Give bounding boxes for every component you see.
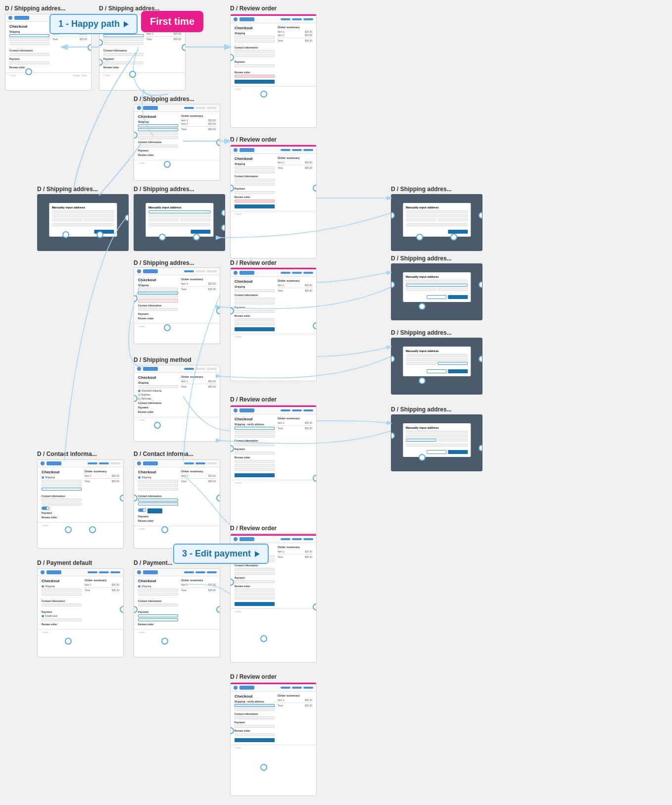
node-modal4-bottom xyxy=(419,303,426,310)
node-modal3-bottom2 xyxy=(450,234,457,241)
happy-path-label[interactable]: 1 - Happy path xyxy=(49,14,138,34)
node-payment1-right xyxy=(120,606,124,613)
card-section-title-4: D / Shipping addres... xyxy=(134,96,194,102)
first-time-label[interactable]: First time xyxy=(141,11,203,32)
card-section-title-16: D / Payment... xyxy=(134,559,173,566)
edit-payment-label[interactable]: 3 - Edit payment xyxy=(173,544,269,564)
card-section-title-8: D / Shipping addres... xyxy=(391,186,452,193)
wireframe-card-modal-1[interactable]: Manually input address xyxy=(37,194,129,251)
edit-payment-play-icon xyxy=(255,551,260,557)
card-section-title-1: D / Shipping addres... xyxy=(5,5,66,12)
wireframe-card-modal-5[interactable]: Manually input address xyxy=(391,338,482,395)
wireframe-card-contact-1[interactable]: Checkout Shipping Contact information Pa… xyxy=(37,459,124,549)
node-review5-bottom xyxy=(260,635,267,642)
pink-top-bar-4 xyxy=(231,405,316,407)
node-contact1-right xyxy=(120,495,124,502)
node-review3-right xyxy=(313,322,317,329)
card-section-title-12: D / Review order xyxy=(230,396,277,403)
happy-path-text: 1 - Happy path xyxy=(58,19,120,29)
pink-top-bar-5 xyxy=(231,534,316,536)
card-section-title-14: D / Contact informa... xyxy=(134,451,193,457)
wireframe-card-review-2[interactable]: Checkout Shipping Contact information Pa… xyxy=(230,145,317,258)
card-section-title-6: D / Shipping addres... xyxy=(37,186,98,193)
node-review1-bottom xyxy=(260,91,267,98)
node-modal2-bottom2 xyxy=(193,234,200,241)
node-review4-right xyxy=(313,475,317,482)
node-modal2-bottom xyxy=(159,234,166,241)
pink-top-bar-3 xyxy=(231,268,316,269)
pink-top-bar-2 xyxy=(231,145,316,147)
node-payment1-bottom xyxy=(65,638,72,645)
node-contact2-bottom xyxy=(161,526,168,533)
node-review2-right xyxy=(313,185,317,192)
wireframe-card-review-6[interactable]: Checkout Shipping - verify address Conta… xyxy=(230,682,317,796)
node-payment2-right xyxy=(216,606,220,613)
card-section-title-11: D / Shipping method xyxy=(134,356,192,363)
first-time-text: First time xyxy=(150,16,194,27)
node-modal6-bottom xyxy=(419,454,426,461)
node-c11-bottom xyxy=(154,422,161,429)
wf-logo-text-1 xyxy=(14,16,29,20)
node-modal1-bottom2 xyxy=(96,231,103,238)
wireframe-card-review-1[interactable]: Checkout Shipping Contact information Pa… xyxy=(230,14,317,128)
connections-svg xyxy=(0,0,672,805)
node-modal2-right2 xyxy=(221,224,225,231)
card-section-title-18: D / Shipping addres... xyxy=(391,255,452,262)
wireframe-card-modal-3[interactable]: Manually input address xyxy=(391,194,482,251)
node-modal2-right xyxy=(221,209,225,216)
node-c2-bottom xyxy=(129,71,136,78)
card-section-title-19: D / Shipping addres... xyxy=(391,329,452,336)
node-c4-right xyxy=(216,139,220,146)
card-section-title-10: D / Review order xyxy=(230,259,277,266)
node-modal5-right xyxy=(479,355,482,362)
node-c1-right xyxy=(88,44,92,51)
node-modal3-right xyxy=(479,212,482,219)
canvas: 1 - Happy path First time D / Shipping a… xyxy=(0,0,672,805)
wireframe-card-modal-2[interactable]: Manually input address xyxy=(134,194,225,251)
wireframe-card-4[interactable]: Checkout Shipping Contact information Pa… xyxy=(134,104,220,181)
node-modal3-bottom xyxy=(416,234,423,241)
node-c9-right xyxy=(216,307,220,314)
node-contact1-bottom xyxy=(65,526,72,533)
card-section-title-17: D / Review order xyxy=(230,525,277,532)
wireframe-card-payment-1[interactable]: Checkout Shipping Contact information Pa… xyxy=(37,568,124,657)
wireframe-card-modal-6[interactable]: Manually input address xyxy=(391,414,482,471)
node-c1-bottom xyxy=(25,68,32,75)
node-contact1-bottom2 xyxy=(89,526,96,533)
card-section-title-3: D / Review order xyxy=(230,5,277,12)
node-c2-right xyxy=(182,44,186,51)
edit-payment-text: 3 - Edit payment xyxy=(182,549,251,559)
happy-path-play-icon xyxy=(124,21,129,27)
wireframe-card-payment-2[interactable]: Checkout Shipping Contact information Pa… xyxy=(134,568,220,657)
wf-title-1: Checkout xyxy=(9,24,49,29)
node-modal4-right xyxy=(479,281,482,288)
card-section-title-5: D / Review order xyxy=(230,136,277,143)
wf-logo-1 xyxy=(8,16,12,20)
wireframe-card-modal-4[interactable]: Manually input address xyxy=(391,263,482,320)
node-modal5-bottom xyxy=(419,377,426,384)
wireframe-card-11[interactable]: Checkout Shipping Standard shipping Expr… xyxy=(134,365,220,442)
card-section-title-9: D / Shipping addres... xyxy=(134,259,194,266)
node-review5-right xyxy=(313,604,317,610)
node-modal6-right xyxy=(479,445,482,452)
node-c9-bottom xyxy=(164,324,171,331)
node-payment2-bottom xyxy=(161,638,168,645)
wireframe-card-review-3[interactable]: Checkout Shipping Contact information Pa… xyxy=(230,267,317,381)
wireframe-card-contact-2[interactable]: Checkout Shipping Contact information Pa… xyxy=(134,459,220,549)
node-review6-bottom xyxy=(260,764,267,771)
card-section-title-21: D / Review order xyxy=(230,673,277,680)
card-section-title-15: D / Payment default xyxy=(37,559,92,566)
pink-top-bar-6 xyxy=(231,683,316,684)
pink-top-bar-1 xyxy=(231,14,316,16)
node-modal1-bottom xyxy=(62,231,69,238)
node-c4-bottom xyxy=(164,161,171,168)
node-modal1-right xyxy=(125,214,129,221)
card-section-title-20: D / Shipping addres... xyxy=(391,406,452,413)
wireframe-card-review-4[interactable]: Checkout Shipping - verify address Conta… xyxy=(230,405,317,534)
node-contact2-right xyxy=(216,495,220,502)
card-section-title-13: D / Contact informa... xyxy=(37,451,97,457)
wireframe-card-9[interactable]: Checkout Shipping Contact information Pa… xyxy=(134,267,220,344)
card-section-title-7: D / Shipping addres... xyxy=(134,186,194,193)
